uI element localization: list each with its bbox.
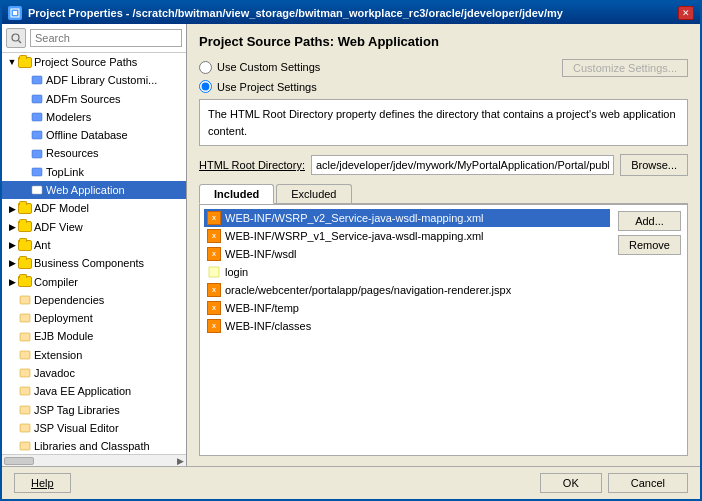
file-item[interactable]: X WEB-INF/temp (204, 299, 610, 317)
tree-item-adf-view[interactable]: ▶ ADF View (2, 218, 186, 236)
remove-button[interactable]: Remove (618, 235, 681, 255)
tree-label: Deployment (34, 311, 93, 325)
radio-custom-settings[interactable] (199, 61, 212, 74)
html-root-input[interactable] (311, 155, 614, 175)
tree-label: Java EE Application (34, 384, 131, 398)
window-icon (8, 6, 22, 20)
main-window: Project Properties - /scratch/bwitman/vi… (0, 0, 702, 501)
help-button[interactable]: Help (14, 473, 71, 493)
tree-label: Project Source Paths (34, 55, 137, 69)
tree-item-resources[interactable]: Resources (2, 144, 186, 162)
xml-file-icon: X (207, 247, 221, 261)
window-title: Project Properties - /scratch/bwitman/vi… (28, 7, 563, 19)
file-item[interactable]: X WEB-INF/classes (204, 317, 610, 335)
left-panel: ▼ Project Source Paths ADF Libr (2, 24, 187, 466)
file-list: X WEB-INF/WSRP_v2_Service-java-wsdl-mapp… (204, 209, 610, 451)
tree-item-ant[interactable]: ▶ Ant (2, 236, 186, 254)
spacer-icon (6, 312, 18, 324)
tree-item-adf-library[interactable]: ADF Library Customi... (2, 71, 186, 89)
file-item[interactable]: login (204, 263, 610, 281)
folder-icon (18, 55, 32, 69)
tree-label: ADFm Sources (46, 92, 121, 106)
search-icon (11, 33, 22, 44)
svg-rect-9 (32, 168, 42, 176)
item-icon (18, 384, 32, 398)
item-icon (18, 366, 32, 380)
item-icon (30, 147, 44, 161)
file-item[interactable]: X WEB-INF/wsdl (204, 245, 610, 263)
file-item[interactable]: X oracle/webcenter/portalapp/pages/navig… (204, 281, 610, 299)
browse-button[interactable]: Browse... (620, 154, 688, 176)
tree-item-extension[interactable]: Extension (2, 346, 186, 364)
spacer-icon (6, 422, 18, 434)
svg-rect-14 (20, 351, 30, 359)
item-icon (18, 421, 32, 435)
tree-container: ▼ Project Source Paths ADF Libr (2, 53, 186, 454)
folder-icon (18, 220, 32, 234)
tab-excluded[interactable]: Excluded (276, 184, 351, 203)
customize-settings-button[interactable]: Customize Settings... (562, 59, 688, 77)
horizontal-scrollbar[interactable]: ▶ (2, 454, 186, 466)
xml-file-icon: X (207, 229, 221, 243)
folder-icon (18, 256, 32, 270)
item-icon (30, 128, 44, 142)
expand-icon[interactable]: ▶ (6, 203, 18, 215)
svg-rect-12 (20, 314, 30, 322)
tree-item-dependencies[interactable]: Dependencies (2, 291, 186, 309)
tree-item-compiler[interactable]: ▶ Compiler (2, 273, 186, 291)
tree-item-adfm-sources[interactable]: ADFm Sources (2, 90, 186, 108)
tree-item-jsp-tag-libraries[interactable]: JSP Tag Libraries (2, 401, 186, 419)
svg-point-2 (12, 34, 19, 41)
expand-icon[interactable]: ▶ (6, 276, 18, 288)
tree-label: Resources (46, 146, 99, 160)
tree-item-project-source-paths[interactable]: ▼ Project Source Paths (2, 53, 186, 71)
file-name: oracle/webcenter/portalapp/pages/navigat… (225, 284, 511, 296)
expand-icon[interactable]: ▼ (6, 56, 18, 68)
ok-button[interactable]: OK (540, 473, 602, 493)
search-input[interactable] (30, 29, 182, 47)
svg-rect-10 (32, 186, 42, 194)
tree-item-java-ee-application[interactable]: Java EE Application (2, 382, 186, 400)
svg-rect-19 (20, 442, 30, 450)
search-icon-box (6, 28, 26, 48)
xml-file-icon: X (207, 211, 221, 225)
tree-item-business-components[interactable]: ▶ Business Components (2, 254, 186, 272)
tree-item-toplink[interactable]: TopLink (2, 163, 186, 181)
tree-item-adf-model[interactable]: ▶ ADF Model (2, 199, 186, 217)
close-button[interactable]: ✕ (678, 6, 694, 20)
svg-rect-18 (20, 424, 30, 432)
item-icon (30, 110, 44, 124)
expand-icon[interactable]: ▶ (6, 239, 18, 251)
file-name: login (225, 266, 248, 278)
tree-label: Ant (34, 238, 51, 252)
spacer-icon (18, 166, 30, 178)
tree-item-ejb-module[interactable]: EJB Module (2, 327, 186, 345)
add-button[interactable]: Add... (618, 211, 681, 231)
tab-included[interactable]: Included (199, 184, 274, 204)
tree-item-web-application[interactable]: Web Application (2, 181, 186, 199)
expand-icon[interactable]: ▶ (6, 257, 18, 269)
tree-label: EJB Module (34, 329, 93, 343)
expand-icon[interactable]: ▶ (6, 221, 18, 233)
svg-rect-4 (32, 76, 42, 84)
spacer-icon (6, 367, 18, 379)
tree-label: Offline Database (46, 128, 128, 142)
tree-item-libraries-classpath[interactable]: Libraries and Classpath (2, 437, 186, 454)
panel-title: Project Source Paths: Web Application (199, 34, 688, 49)
tree-item-offline-database[interactable]: Offline Database (2, 126, 186, 144)
tree-item-deployment[interactable]: Deployment (2, 309, 186, 327)
tree-label: Javadoc (34, 366, 75, 380)
tree-item-modelers[interactable]: Modelers (2, 108, 186, 126)
tree-item-jsp-visual-editor[interactable]: JSP Visual Editor (2, 419, 186, 437)
radio-project-settings[interactable] (199, 80, 212, 93)
file-item[interactable]: X WEB-INF/WSRP_v1_Service-java-wsdl-mapp… (204, 227, 610, 245)
file-name: WEB-INF/temp (225, 302, 299, 314)
radio-project-label: Use Project Settings (217, 81, 317, 93)
spacer-icon (6, 331, 18, 343)
tree-item-javadoc[interactable]: Javadoc (2, 364, 186, 382)
file-item[interactable]: X WEB-INF/WSRP_v2_Service-java-wsdl-mapp… (204, 209, 610, 227)
tree-label: Dependencies (34, 293, 104, 307)
scrollbar-thumb[interactable] (4, 457, 34, 465)
cancel-button[interactable]: Cancel (608, 473, 688, 493)
xml-file-icon: X (207, 283, 221, 297)
